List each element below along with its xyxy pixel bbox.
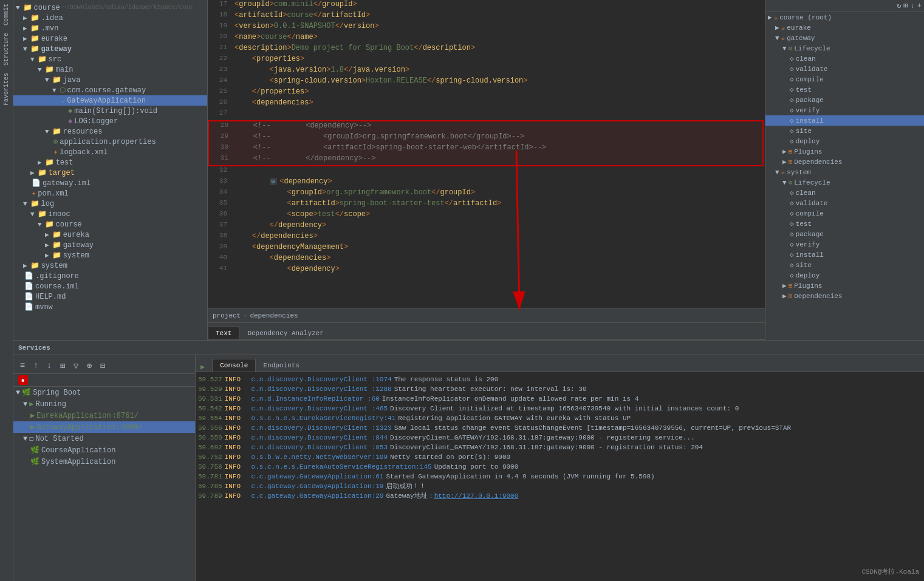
tree-item-resources[interactable]: ▼ 📁 resources (13, 126, 207, 137)
maven-system-clean[interactable]: ◇ clean (765, 188, 924, 198)
tree-item-helpmd[interactable]: 📄 HELP.md (13, 291, 207, 302)
gateway-url-link[interactable]: http://127.0.0.1:9000 (434, 492, 519, 500)
maven-course-root[interactable]: ▶ ☕ course (root) (765, 12, 924, 22)
gateway-app-item[interactable]: ▶ GatewayApplication :9000/ (13, 421, 195, 433)
tree-item-log[interactable]: ▼ 📁 log (13, 199, 207, 209)
tab-endpoints[interactable]: Endpoints (256, 359, 306, 372)
maven-system-deploy[interactable]: ◇ deploy (765, 270, 924, 280)
line-17: 17 <groupId>com.minil</groupId> (208, 0, 765, 11)
maven-system-lifecycle[interactable]: ▼ ⚙ Lifecycle (765, 177, 924, 188)
maven-install[interactable]: ◇ install (765, 115, 924, 126)
line-38: 38 </dependencies> (208, 232, 765, 243)
maven-eurake[interactable]: ▶ ☕ eurake (765, 22, 924, 33)
console-output[interactable]: 59.527 INFO c.n.discovery.DiscoveryClien… (196, 372, 924, 581)
maven-system-site[interactable]: ◇ site (765, 260, 924, 270)
spring-boot-item[interactable]: ▼ 🌿 Spring Boot (13, 387, 195, 398)
tree-item-main-method[interactable]: ◆ main(String[]):void (13, 106, 207, 116)
maven-test[interactable]: ◇ test (765, 84, 924, 95)
tree-item-course[interactable]: ▼ 📁 course ~/Downloads/adiao/ideaWorkSpa… (13, 2, 207, 13)
maven-dependencies-node[interactable]: ▶ ⊞ Dependencies (765, 157, 924, 167)
tree-item-gateway[interactable]: ▼ 📁 gateway (13, 44, 207, 54)
maven-plugins[interactable]: ▶ ⊞ Plugins (765, 146, 924, 157)
services-btn-3[interactable]: ↓ (43, 359, 56, 372)
tab-console[interactable]: Console (212, 359, 256, 372)
maven-system-plugins[interactable]: ▶ ⊞ Plugins (765, 280, 924, 291)
maven-compile[interactable]: ◇ compile (765, 74, 924, 84)
tree-item-gatewayapp[interactable]: ☕ GatewayApplication (13, 95, 207, 106)
maven-system-dependencies[interactable]: ▶ ⊞ Dependencies (765, 291, 924, 301)
services-btn-6[interactable]: ⊕ (83, 359, 96, 372)
tree-item-eurake[interactable]: ▶ 📁 eurake (13, 33, 207, 44)
maven-system-verify[interactable]: ◇ verify (765, 239, 924, 250)
tree-item-logback[interactable]: ✦ logback.xml (13, 147, 207, 157)
tree-item-app-props[interactable]: ⚙ application.properties (13, 137, 207, 147)
tree-item-pom[interactable]: ✦ pom.xml (13, 188, 207, 199)
tree-item-target[interactable]: ▶ 📁 target (13, 168, 207, 178)
folder-icon: ▼ (16, 4, 20, 12)
services-btn-4[interactable]: ⊞ (56, 359, 69, 372)
tree-item-course-iml[interactable]: 📄 course.iml (13, 281, 207, 291)
system-app-item[interactable]: 🌿 SystemApplication (13, 456, 195, 467)
tab-text[interactable]: Text (208, 327, 239, 339)
course-app-item[interactable]: 🌿 CourseApplication (13, 444, 195, 456)
maven-gateway[interactable]: ▼ ☕ gateway (765, 33, 924, 43)
tree-item-idea[interactable]: ▶ 📁 .idea (13, 13, 207, 23)
running-section[interactable]: ▼ ▶ Running (13, 398, 195, 410)
tree-item-system[interactable]: ▶ 📁 system (13, 260, 207, 271)
maven-system-compile[interactable]: ◇ compile (765, 208, 924, 219)
maven-deploy[interactable]: ◇ deploy (765, 136, 924, 146)
maven-btn3[interactable]: ↓ (911, 2, 915, 10)
running-label: Running (35, 400, 66, 409)
services-btn-1[interactable]: ≡ (16, 359, 29, 372)
maven-package[interactable]: ◇ package (765, 95, 924, 105)
tab-dependency-analyzer[interactable]: Dependency Analyzer (239, 327, 331, 339)
log-line-4: 59.542 INFO c.n.discovery.DiscoveryClien… (198, 404, 922, 413)
tree-item-gateway-log[interactable]: ▶ 📁 gateway (13, 240, 207, 250)
tree-item-course-log[interactable]: ▼ 📁 course (13, 219, 207, 229)
maven-site[interactable]: ◇ site (765, 126, 924, 136)
tree-item-gateway-iml[interactable]: 📄 gateway.iml (13, 178, 207, 188)
maven-clean[interactable]: ◇ clean (765, 53, 924, 64)
maven-validate[interactable]: ◇ validate (765, 64, 924, 74)
favorites-label[interactable]: Favorites (1, 69, 12, 109)
services-toolbar: ≡ ↑ ↓ ⊞ ▽ ⊕ ⊟ (13, 358, 195, 374)
maven-system-install[interactable]: ◇ install (765, 250, 924, 260)
tree-item-imooc[interactable]: ▼ 📁 imooc (13, 209, 207, 219)
tree-item-system-log[interactable]: ▶ 📁 system (13, 250, 207, 260)
tree-item-package[interactable]: ▼ ⬡ com.course.gateway (13, 85, 207, 95)
maven-system-test[interactable]: ◇ test (765, 219, 924, 229)
services-btn-2[interactable]: ↑ (29, 359, 43, 372)
breadcrumb-project[interactable]: project (213, 312, 241, 319)
maven-btn2[interactable]: ⊞ (903, 1, 908, 10)
tree-item-mvn[interactable]: ▶ 📁 .mvn (13, 23, 207, 33)
not-started-section[interactable]: ▼ ◻ Not Started (13, 433, 195, 444)
tree-item-main[interactable]: ▼ 📁 main (13, 64, 207, 75)
folder-expanded-imooc: ▼ (30, 211, 35, 218)
eureka-app-item[interactable]: ▶ EurekaApplication :8761/ (13, 410, 195, 421)
services-btn-5[interactable]: ▽ (69, 359, 83, 372)
tree-item-mvnw[interactable]: 📄 mvnw (13, 302, 207, 312)
maven-lifecycle[interactable]: ▼ ⚙ Lifecycle (765, 43, 924, 53)
tree-item-log-field[interactable]: ◈ LOG:Logger (13, 116, 207, 126)
tree-item-src[interactable]: ▼ 📁 src (13, 54, 207, 64)
maven-system-package[interactable]: ◇ package (765, 229, 924, 239)
stop-button[interactable]: ■ (18, 375, 28, 385)
maven-refresh-btn[interactable]: ↻ (897, 1, 901, 10)
structure-label[interactable]: Structure (1, 29, 12, 69)
services-btn-7[interactable]: ⊟ (96, 359, 109, 372)
tree-item-java[interactable]: ▼ 📁 java (13, 75, 207, 85)
maven-system-validate[interactable]: ◇ validate (765, 198, 924, 208)
commit-label[interactable]: Commit (1, 0, 12, 29)
tree-item-eureka-log[interactable]: ▶ 📁 eureka (13, 229, 207, 240)
breadcrumb-dependencies[interactable]: dependencies (250, 312, 298, 319)
maven-btn4[interactable]: + (917, 2, 922, 10)
maven-verify[interactable]: ◇ verify (765, 105, 924, 115)
maven-system[interactable]: ▼ ☕ system (765, 167, 924, 177)
log-line-2: 59.529 INFO c.n.discovery.DiscoveryClien… (198, 384, 922, 394)
tree-item-test[interactable]: ▶ 📁 test (13, 157, 207, 168)
log-line-13: 59.789 INFO c.c.gateway.GatewayApplicati… (198, 491, 922, 501)
bottom-area: Services ≡ ↑ ↓ ⊞ ▽ ⊕ ⊟ (13, 340, 924, 581)
editor-content[interactable]: 17 <groupId>com.minil</groupId> 18 <arti… (208, 0, 765, 308)
main-body: ▼ 📁 course ~/Downloads/adiao/ideaWorkSpa… (13, 0, 924, 581)
tree-item-gitignore[interactable]: 📄 .gitignore (13, 271, 207, 281)
